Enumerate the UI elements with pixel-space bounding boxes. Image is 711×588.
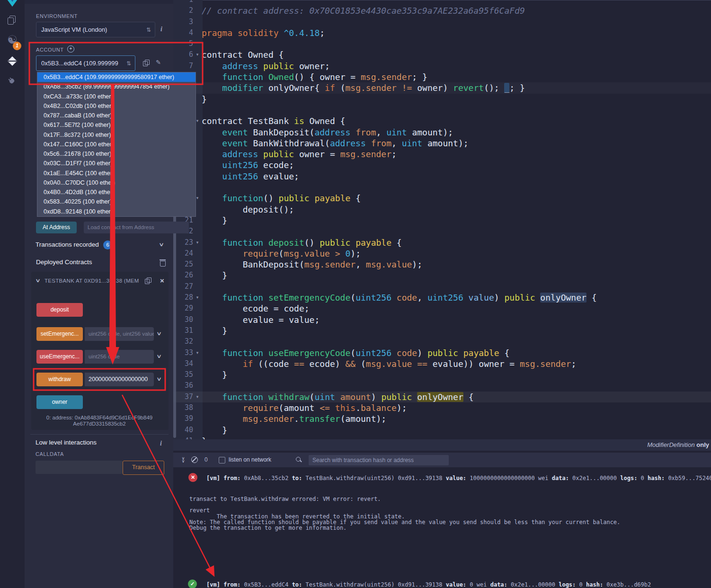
code-line[interactable]: 11 <box>173 105 711 116</box>
deposit-function-button[interactable]: deposit <box>36 303 83 317</box>
environment-info-icon[interactable]: i <box>160 26 162 33</box>
fold-arrow-icon[interactable]: ▾ <box>193 292 202 303</box>
edit-account-icon[interactable]: ✎ <box>156 59 161 66</box>
code-line[interactable]: 31 } <box>173 325 711 336</box>
fold-arrow-icon[interactable]: ▾ <box>193 392 202 402</box>
withdraw-function-button[interactable]: withdraw <box>36 373 83 386</box>
contract-chevron-icon[interactable]: ∨ <box>35 277 41 284</box>
terminal-log-success[interactable]: [vm] from: 0x5B3...eddC4 to: TestBank.wi… <box>206 581 651 588</box>
account-option[interactable]: 0x583...40225 (100 ether) <box>37 197 196 206</box>
code-line[interactable]: 35 } <box>173 369 711 380</box>
account-option[interactable]: 0xdD8...92148 (100 ether) <box>37 207 196 216</box>
code-line[interactable]: 24 require(msg.value > 0); <box>173 248 711 259</box>
code-line[interactable]: 22 <box>173 226 711 237</box>
account-option[interactable]: 0x5c6...21678 (100 ether) <box>37 149 196 159</box>
code-line[interactable]: 29 ecode = code; <box>173 303 711 314</box>
code-line[interactable]: 2// contract address: 0x70C01853e4430cae… <box>173 5 711 16</box>
at-address-input[interactable]: Load contract from Address <box>84 222 189 233</box>
low-level-info-icon[interactable]: i <box>160 440 162 447</box>
terminal-search-input[interactable] <box>309 455 449 465</box>
code-line[interactable]: 6▾contract Owned { <box>173 49 711 60</box>
fold-arrow-icon[interactable]: ▾ <box>193 49 202 60</box>
transact-button[interactable]: Transact <box>123 461 164 475</box>
code-line[interactable]: 26 } <box>173 270 711 281</box>
account-select[interactable]: 0x5B3...eddC4 (109.999999 ⇅ <box>36 55 135 71</box>
account-option[interactable]: 0x4B0...4D2dB (100 ether) <box>37 187 196 197</box>
code-line[interactable]: 3 <box>173 17 711 27</box>
account-option[interactable]: 0x787...cabaB (100 ether) <box>37 111 196 120</box>
code-line[interactable]: 13 event BankDeposit(address from, uint … <box>173 127 711 138</box>
account-option[interactable]: 0x17F...8c372 (100 ether) <box>37 130 196 140</box>
code-line[interactable]: 28▾ function setEmergencyCode(uint256 co… <box>173 292 711 303</box>
account-option[interactable]: 0x4B2...C02db (100 ether) <box>37 101 196 111</box>
setemergenc--function-button[interactable]: setEmergenc... <box>36 327 83 341</box>
code-line[interactable]: 27 <box>173 281 711 292</box>
code-line[interactable]: 10} <box>173 94 711 105</box>
code-line[interactable]: 5 <box>173 38 711 49</box>
copy-contract-icon[interactable] <box>145 277 151 284</box>
expand-params-icon[interactable]: ∨ <box>156 353 162 359</box>
code-line[interactable]: 34 if ((code == ecode) && (msg.value == … <box>173 358 711 369</box>
code-line[interactable]: 39 msg.sender.transfer(amount); <box>173 413 711 424</box>
at-address-button[interactable]: At Address <box>36 222 77 233</box>
code-line[interactable]: 40 } <box>173 425 711 436</box>
code-line[interactable]: 20 deposit(); <box>173 204 711 215</box>
listen-network-checkbox[interactable] <box>219 457 225 463</box>
setemergenc--args-input[interactable]: uint256 code, uint256 value <box>85 327 154 341</box>
code-line[interactable]: 25 BankDeposit(msg.sender, msg.value); <box>173 259 711 270</box>
code-line[interactable]: 30 evalue = value; <box>173 314 711 325</box>
expand-params-icon[interactable]: ∨ <box>156 376 162 382</box>
copy-account-icon[interactable] <box>143 60 149 66</box>
account-option[interactable]: 0x1aE...E454C (100 ether) <box>37 169 196 178</box>
terminal-log-error[interactable]: [vm] from: 0xAb8...35cb2 to: TestBank.wi… <box>206 475 711 481</box>
expand-params-icon[interactable]: ∨ <box>156 330 162 337</box>
account-option[interactable]: 0xCA3...a733c (100 ether) <box>37 92 196 101</box>
plugin-manager-icon[interactable] <box>6 75 17 86</box>
code-line[interactable]: 37▾ function withdraw(uint amount) publi… <box>173 392 711 402</box>
file-explorer-icon[interactable] <box>8 16 14 23</box>
code-line[interactable]: 8 function Owned() { owner = msg.sender;… <box>173 71 711 82</box>
code-line[interactable]: 36 <box>173 380 711 391</box>
code-lines[interactable]: 12// contract address: 0x70C01853e4430ca… <box>173 0 711 446</box>
code-line[interactable]: 12▾contract TestBank is Owned { <box>173 116 711 126</box>
code-line[interactable]: 16 uint256 ecode; <box>173 160 711 170</box>
useemergenc--function-button[interactable]: useEmergenc... <box>36 350 83 364</box>
code-line[interactable]: 23▾ function deposit() public payable { <box>173 237 711 248</box>
code-line[interactable]: 18 <box>173 182 711 193</box>
scrollbar-thumb[interactable] <box>173 211 176 438</box>
code-line[interactable]: 7 address public owner; <box>173 61 711 71</box>
code-line[interactable]: 1 <box>173 0 711 5</box>
stepper-icon[interactable]: ⇅ <box>126 60 131 67</box>
account-option[interactable]: 0x03C...D1Ff7 (100 ether) <box>37 159 196 168</box>
close-contract-icon[interactable]: × <box>160 278 164 284</box>
fold-arrow-icon[interactable]: ▾ <box>193 347 202 358</box>
account-option[interactable]: 0x0A0...C70DC (100 ether) <box>37 178 196 187</box>
chevron-down-icon[interactable]: ∨ <box>159 241 164 248</box>
account-option[interactable]: 0x617...5E7f2 (100 ether) <box>37 120 196 130</box>
code-line[interactable]: 4pragma solidity ^0.4.18; <box>173 27 711 38</box>
account-option[interactable]: 0x5B3...eddC4 (109.999999999999580917 et… <box>37 72 196 82</box>
trash-icon[interactable] <box>160 259 165 266</box>
account-option[interactable]: 0xAb8...35cb2 (89.999999999999947854 eth… <box>37 82 196 91</box>
code-text: deposit(); <box>202 204 294 215</box>
add-account-icon[interactable]: + <box>67 45 74 53</box>
fold-arrow-icon[interactable]: ▾ <box>193 237 202 248</box>
stepper-icon[interactable]: ⇅ <box>146 27 151 33</box>
code-line[interactable]: 38 require(amount <= this.balance); <box>173 402 711 413</box>
collapse-terminal-icon[interactable]: ∨∨ <box>180 457 187 463</box>
calldata-input[interactable] <box>36 461 123 474</box>
code-line[interactable]: 19▾ function() public payable { <box>173 193 711 204</box>
withdraw-args-input[interactable]: 200000000000000000 <box>85 373 154 386</box>
code-line[interactable]: 15 address public owner = msg.sender; <box>173 149 711 160</box>
code-line[interactable]: 21 } <box>173 215 711 226</box>
clear-console-icon[interactable] <box>191 456 198 463</box>
code-line[interactable]: 32 <box>173 336 711 347</box>
useemergenc--args-input[interactable]: uint256 code <box>85 350 154 364</box>
code-line[interactable]: 9 modifier onlyOwner{ if (msg.sender != … <box>173 82 711 93</box>
code-line[interactable]: 17 uint256 evalue; <box>173 171 711 182</box>
owner-function-button[interactable]: owner <box>36 395 83 409</box>
account-option[interactable]: 0x147...C160C (100 ether) <box>37 140 196 149</box>
code-line[interactable]: 14 event BankWithdrawal(address from, ui… <box>173 138 711 149</box>
environment-select[interactable]: JavaScript VM (London) ⇅ <box>36 22 155 37</box>
code-line[interactable]: 33▾ function useEmergencyCode(uint256 co… <box>173 347 711 358</box>
